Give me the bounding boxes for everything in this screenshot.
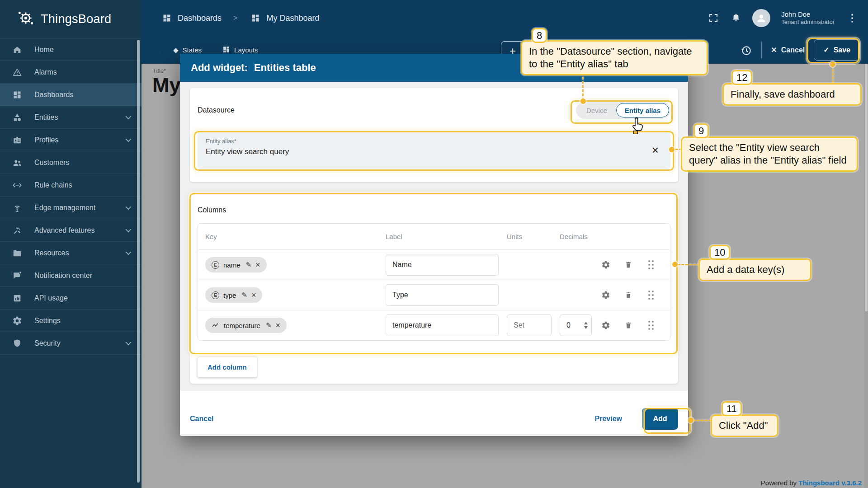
breadcrumb-my-dashboard[interactable]: My Dashboard [249,12,319,24]
sidebar-item-home[interactable]: Home [0,38,142,61]
key-settings-gear-icon[interactable] [601,260,610,269]
sidebar-item-notification-center[interactable]: Notification center [0,264,142,287]
label-input[interactable] [386,314,499,336]
callout-badge: 11 [722,401,742,416]
label-input[interactable] [386,254,499,276]
toggle-entity-alias[interactable]: Entity alias [616,103,669,117]
datasource-type-toggle: Device Entity alias [576,102,670,119]
data-key-chip[interactable]: E name ✎ × [205,257,267,272]
sidebar-item-alarms[interactable]: Alarms [0,61,142,84]
sidebar-item-dashboards[interactable]: Dashboards [0,84,142,106]
dashboard-grid-icon [249,12,262,24]
dashboard-title-label: Title* [153,67,166,74]
page-scrollbar-thumb[interactable] [865,64,868,311]
col-header-key: Key [205,233,386,240]
sidebar-item-api-usage[interactable]: API usage [0,287,142,310]
tab-layouts[interactable]: Layouts [222,46,258,55]
powered-by-link[interactable]: Thingsboard v.3.6.2 [798,479,862,487]
sidebar-item-profiles[interactable]: Profiles [0,129,142,151]
gear-icon [12,315,23,326]
remove-key-icon[interactable]: × [251,291,256,300]
add-column-button[interactable]: Add column [198,357,257,377]
stepper-up-icon[interactable] [584,322,588,324]
label-input[interactable] [386,284,499,306]
delete-trash-icon[interactable] [624,260,633,269]
connector-dot [669,147,675,152]
notifications-bell-icon[interactable] [730,12,742,24]
drag-handle-icon[interactable] [646,321,656,330]
preview-button[interactable]: Preview [595,415,622,423]
cancel-dashboard-button[interactable]: ✕ Cancel [771,46,805,54]
page-scrollbar-track[interactable] [864,64,868,488]
connector-dot [830,61,835,67]
antenna-icon [12,202,23,213]
entity-field-icon: E [212,291,219,299]
history-icon[interactable] [740,44,752,56]
user-avatar[interactable] [752,9,770,27]
add-widget-dialog: Add widget: Entities table Datasource De… [180,54,688,436]
user-role: Tenant administrator [781,19,835,26]
breadcrumb-root-label: Dashboards [178,14,222,23]
mouse-cursor-icon [631,117,646,136]
sidebar-item-label: Customers [34,159,69,167]
clear-alias-icon[interactable]: × [652,144,659,156]
sidebar-nav: Home Alarms Dashboards Entities Profiles [0,38,142,355]
callout-badge: 9 [693,123,709,138]
dashboard-grid-icon [12,89,23,100]
entity-alias-field[interactable]: Entity alias* Entity view search query × [198,132,670,169]
shield-icon [12,338,23,349]
sidebar-scrollbar[interactable] [137,40,140,483]
drag-handle-icon[interactable] [646,291,656,300]
table-row: temperature ✎ × 0 [198,310,670,340]
ethernet-arrows-icon [12,180,23,191]
sidebar-item-label: Resources [34,249,69,257]
drag-handle-icon[interactable] [646,260,656,269]
key-settings-gear-icon[interactable] [601,291,610,300]
sidebar-item-security[interactable]: Security [0,332,142,355]
entity-field-icon: E [212,261,219,269]
units-input[interactable] [507,314,552,336]
dialog-cancel-button[interactable]: Cancel [190,415,213,423]
app-logo[interactable]: ThingsBoard [0,0,142,38]
user-info[interactable]: John Doe Tenant administrator [781,10,835,26]
delete-trash-icon[interactable] [624,291,633,300]
breadcrumb-separator: > [233,14,237,22]
sidebar-item-advanced-features[interactable]: Advanced features [0,219,142,242]
tab-states-label: States [183,46,202,54]
sidebar-item-rule-chains[interactable]: Rule chains [0,174,142,197]
home-icon [12,44,23,55]
save-dashboard-button[interactable]: ✓ Save [814,39,860,61]
breadcrumb-dashboards[interactable]: Dashboards [160,12,222,24]
sidebar-item-resources[interactable]: Resources [0,242,142,264]
sidebar-item-entities[interactable]: Entities [0,106,142,129]
connector-dot [672,262,678,267]
kebab-menu-icon[interactable]: ⋮ [844,12,860,24]
connector-callout-12 [832,65,834,83]
decimals-stepper[interactable]: 0 [560,314,592,336]
remove-key-icon[interactable]: × [275,321,280,330]
col-header-label: Label [386,233,507,240]
remove-key-icon[interactable]: × [255,260,260,270]
fullscreen-icon[interactable] [707,12,720,24]
chevron-down-icon [126,204,132,210]
chevron-down-icon [126,340,132,346]
toggle-device[interactable]: Device [577,107,616,114]
edit-pencil-icon[interactable]: ✎ [266,321,272,329]
breadcrumb-current-label: My Dashboard [266,14,319,23]
edit-pencil-icon[interactable]: ✎ [241,291,247,299]
callout-text: Select the "Entity view search query" al… [681,136,858,172]
data-key-chip[interactable]: temperature ✎ × [205,318,287,333]
add-button[interactable]: Add [642,408,678,430]
edit-pencil-icon[interactable]: ✎ [246,261,252,269]
dashboard-title-value[interactable]: My [152,74,181,97]
badge-icon [12,135,23,145]
tab-states[interactable]: ◆ States [173,46,202,54]
stepper-down-icon[interactable] [584,326,588,329]
sidebar-item-customers[interactable]: Customers [0,151,142,174]
sidebar-item-edge-management[interactable]: Edge management [0,197,142,219]
sidebar-item-settings[interactable]: Settings [0,310,142,332]
delete-trash-icon[interactable] [624,321,633,330]
data-key-chip[interactable]: E type ✎ × [205,287,262,303]
key-settings-gear-icon[interactable] [601,321,610,330]
close-icon: ✕ [771,46,777,54]
